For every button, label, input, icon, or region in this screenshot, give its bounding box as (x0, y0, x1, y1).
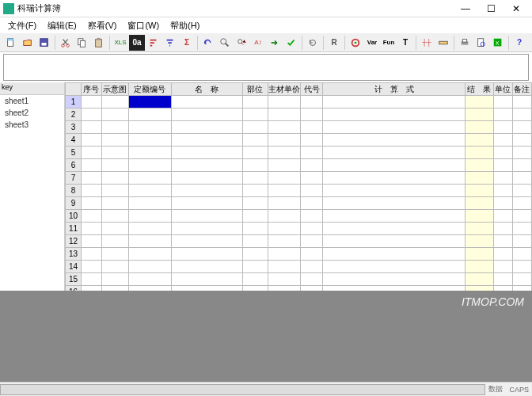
cell[interactable] (268, 172, 301, 185)
cell[interactable] (128, 159, 171, 172)
cell[interactable] (323, 185, 466, 197)
cell[interactable] (242, 223, 268, 235)
cell[interactable] (268, 134, 301, 147)
horizontal-scrollbar[interactable] (0, 384, 485, 395)
spreadsheet-grid[interactable]: 序号示意图定额编号名 称部位主材单价代号计 算 式结 果单位备注12345678… (65, 82, 532, 291)
filter-icon[interactable] (162, 35, 178, 51)
cell[interactable] (101, 134, 128, 147)
replace-icon[interactable]: A↕ (250, 35, 266, 51)
cell[interactable] (512, 235, 531, 248)
cell[interactable] (81, 210, 101, 223)
cell[interactable] (493, 235, 512, 248)
cell[interactable] (493, 273, 512, 286)
row-header[interactable]: 3 (66, 121, 82, 134)
cell[interactable] (493, 121, 512, 134)
cell[interactable] (301, 185, 323, 197)
cell[interactable] (128, 273, 171, 286)
cell[interactable] (268, 261, 301, 273)
cell[interactable] (301, 134, 323, 147)
minimize-button[interactable]: — (453, 1, 478, 17)
cell[interactable] (101, 210, 128, 223)
menu-view[interactable]: 察看(V) (83, 18, 122, 33)
cell[interactable] (171, 261, 242, 273)
cell[interactable] (242, 96, 268, 109)
cell[interactable] (101, 185, 128, 197)
cell[interactable] (493, 197, 512, 210)
cell[interactable] (101, 96, 128, 109)
cell[interactable] (512, 261, 531, 273)
cell[interactable] (512, 109, 531, 121)
preview-icon[interactable] (473, 35, 489, 51)
cell[interactable] (323, 121, 466, 134)
cell[interactable] (101, 109, 128, 121)
cell[interactable] (128, 96, 171, 109)
zoom-icon[interactable]: ┼┼ (419, 35, 435, 51)
row-header[interactable]: 5 (66, 147, 82, 159)
text-icon[interactable]: T (397, 35, 413, 51)
cell[interactable] (81, 172, 101, 185)
cell[interactable] (466, 172, 494, 185)
row-header[interactable]: 12 (66, 235, 82, 248)
cell[interactable] (101, 273, 128, 286)
cell[interactable] (512, 197, 531, 210)
cell[interactable] (171, 172, 242, 185)
cell[interactable] (466, 197, 494, 210)
cell[interactable] (512, 210, 531, 223)
cell[interactable] (323, 172, 466, 185)
cell[interactable] (268, 159, 301, 172)
goto-icon[interactable] (267, 35, 283, 51)
sheet-item[interactable]: sheet3 (0, 119, 64, 131)
cell[interactable] (466, 261, 494, 273)
cell[interactable] (171, 109, 242, 121)
cell[interactable] (171, 235, 242, 248)
cell[interactable] (101, 121, 128, 134)
cell[interactable] (512, 185, 531, 197)
cell[interactable] (171, 134, 242, 147)
cell[interactable] (301, 147, 323, 159)
find-icon[interactable] (217, 35, 233, 51)
cell[interactable] (323, 235, 466, 248)
cell[interactable] (171, 185, 242, 197)
cell[interactable] (466, 121, 494, 134)
col-header-code[interactable]: 代号 (301, 83, 323, 96)
cell[interactable] (81, 197, 101, 210)
cell[interactable] (512, 147, 531, 159)
cell[interactable] (268, 147, 301, 159)
row-header[interactable]: 6 (66, 159, 82, 172)
cell[interactable] (128, 210, 171, 223)
cell[interactable] (242, 273, 268, 286)
cell[interactable] (466, 134, 494, 147)
cell[interactable] (81, 223, 101, 235)
col-header-diagram[interactable]: 示意图 (101, 83, 128, 96)
col-header-name[interactable]: 名 称 (171, 83, 242, 96)
row-header[interactable]: 10 (66, 210, 82, 223)
cell[interactable] (128, 248, 171, 261)
cell[interactable] (512, 273, 531, 286)
row-header[interactable]: 8 (66, 185, 82, 197)
cell[interactable] (81, 273, 101, 286)
cell[interactable] (81, 134, 101, 147)
row-header[interactable]: 2 (66, 109, 82, 121)
row-header[interactable]: 9 (66, 197, 82, 210)
col-header-seq[interactable]: 序号 (81, 83, 101, 96)
cell[interactable] (493, 96, 512, 109)
cell[interactable] (171, 210, 242, 223)
cell[interactable] (171, 159, 242, 172)
col-header-matprice[interactable]: 主材单价 (268, 83, 301, 96)
cell[interactable] (268, 235, 301, 248)
cell[interactable] (128, 261, 171, 273)
cell[interactable] (466, 223, 494, 235)
cell[interactable] (323, 109, 466, 121)
row-header[interactable]: 14 (66, 261, 82, 273)
cell[interactable] (301, 223, 323, 235)
cell[interactable] (242, 210, 268, 223)
col-header-unit[interactable]: 单位 (493, 83, 512, 96)
cell[interactable] (323, 197, 466, 210)
cell[interactable] (512, 172, 531, 185)
col-header-part[interactable]: 部位 (242, 83, 268, 96)
cell[interactable] (268, 210, 301, 223)
cell[interactable] (171, 197, 242, 210)
cell[interactable] (466, 210, 494, 223)
cell[interactable] (171, 147, 242, 159)
cell[interactable] (466, 248, 494, 261)
